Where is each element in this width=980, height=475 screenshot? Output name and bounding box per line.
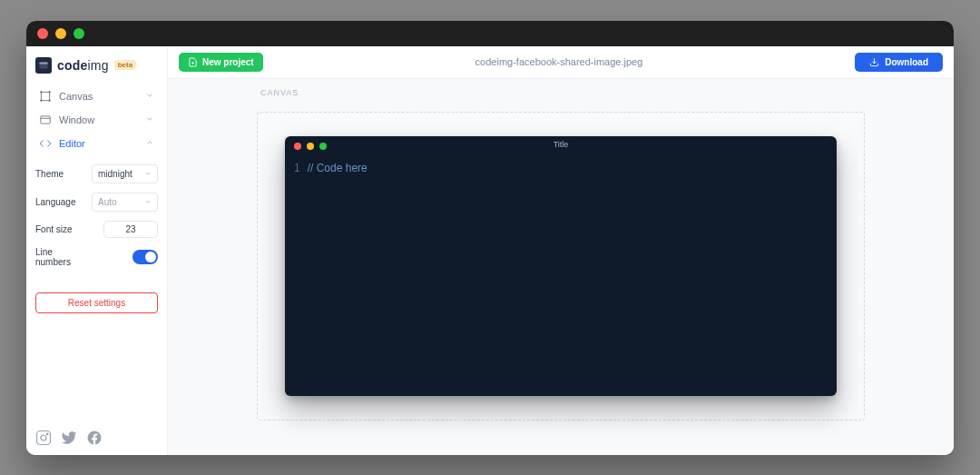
brand-name: codeimg xyxy=(57,58,109,73)
instagram-icon[interactable] xyxy=(35,430,52,446)
code-content[interactable]: // Code here xyxy=(308,162,368,391)
nav-item-editor[interactable]: Editor xyxy=(32,132,162,155)
canvas-section-label: CANVAS xyxy=(260,88,299,97)
code-window-title[interactable]: Title xyxy=(285,140,837,149)
theme-select[interactable]: midnight xyxy=(92,164,158,183)
download-label: Download xyxy=(885,57,928,67)
code-window-titlebar: Title xyxy=(285,136,837,156)
language-select[interactable]: Auto xyxy=(92,193,158,212)
download-button[interactable]: Download xyxy=(855,53,943,72)
main-area: New project Download CANVAS xyxy=(168,46,954,455)
language-label: Language xyxy=(35,197,86,207)
code-icon xyxy=(39,137,52,150)
project-title-input[interactable] xyxy=(276,56,843,67)
new-project-label: New project xyxy=(202,57,254,67)
theme-label: Theme xyxy=(35,169,86,179)
language-value: Auto xyxy=(98,197,117,207)
linenumbers-toggle[interactable] xyxy=(132,250,158,264)
brand: codeimg beta xyxy=(26,46,167,81)
brand-logo-icon xyxy=(35,57,52,74)
svg-rect-2 xyxy=(41,92,49,100)
new-project-button[interactable]: New project xyxy=(179,53,263,72)
code-preview-window[interactable]: Title 1 // Code here xyxy=(285,136,837,396)
file-plus-icon xyxy=(188,57,198,67)
fontsize-label: Font size xyxy=(35,224,86,234)
sidebar-nav: Canvas Window Editor xyxy=(26,81,167,159)
linenumbers-label: Line numbers xyxy=(35,247,86,267)
chevron-down-icon xyxy=(145,91,154,102)
minimize-icon[interactable] xyxy=(55,28,66,39)
editor-settings-panel: Theme midnight Language Auto Font size xyxy=(26,159,167,276)
canvas-area: CANVAS Title 1 // Code here xyxy=(168,79,954,455)
download-icon xyxy=(869,57,879,67)
canvas-frame[interactable]: Title 1 // Code here xyxy=(257,112,865,421)
line-number: 1 xyxy=(294,162,300,391)
svg-rect-1 xyxy=(40,62,48,64)
topbar: New project Download xyxy=(168,46,954,79)
window-icon xyxy=(39,114,52,126)
nav-label: Editor xyxy=(59,138,85,149)
twitter-icon[interactable] xyxy=(61,430,77,446)
close-icon[interactable] xyxy=(37,28,48,39)
facebook-icon[interactable] xyxy=(86,430,103,446)
nav-item-window[interactable]: Window xyxy=(32,108,162,132)
chevron-up-icon xyxy=(145,138,154,149)
reset-settings-button[interactable]: Reset settings xyxy=(35,292,158,313)
close-icon xyxy=(294,143,301,150)
maximize-icon xyxy=(319,143,327,150)
maximize-icon[interactable] xyxy=(74,28,84,39)
brand-badge: beta xyxy=(114,60,136,70)
sidebar: codeimg beta Canvas Window xyxy=(26,46,168,455)
canvas-icon xyxy=(39,90,52,103)
fontsize-input[interactable] xyxy=(103,221,158,238)
minimize-icon xyxy=(307,143,314,150)
chevron-down-icon xyxy=(145,114,154,125)
theme-value: midnight xyxy=(98,169,132,179)
nav-label: Canvas xyxy=(59,91,93,102)
svg-rect-7 xyxy=(41,115,51,123)
chevron-down-icon xyxy=(144,170,152,177)
macos-titlebar xyxy=(26,21,954,46)
app-window: codeimg beta Canvas Window xyxy=(26,21,954,455)
code-body[interactable]: 1 // Code here xyxy=(285,156,837,396)
nav-label: Window xyxy=(59,114,94,125)
chevron-down-icon xyxy=(144,198,152,205)
nav-item-canvas[interactable]: Canvas xyxy=(32,84,162,108)
sidebar-footer xyxy=(26,421,167,455)
